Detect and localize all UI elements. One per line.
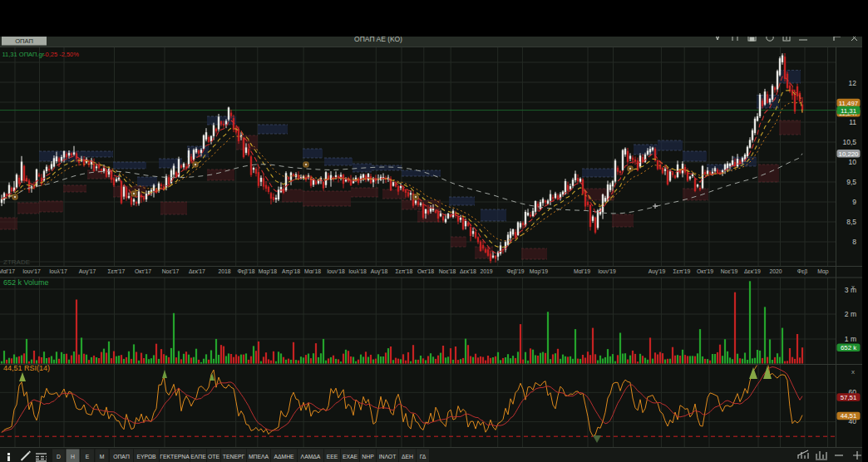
svg-text:ZTRADE: ZTRADE	[3, 258, 30, 266]
svg-text:Φεβ'18: Φεβ'18	[237, 268, 254, 275]
svg-text:E: E	[86, 454, 90, 460]
svg-text:652 k Volume: 652 k Volume	[3, 278, 49, 287]
svg-text:10,5: 10,5	[842, 138, 856, 146]
svg-text:Ιουλ'18: Ιουλ'18	[348, 268, 367, 274]
svg-text:ΕΕΕ: ΕΕΕ	[327, 454, 338, 460]
svg-text:2 m: 2 m	[845, 310, 856, 318]
svg-text:Απρ'18: Απρ'18	[282, 268, 300, 275]
svg-text:57,51: 57,51	[841, 394, 857, 401]
svg-text:Μαρ'18: Μαρ'18	[259, 268, 278, 275]
svg-text:ΕΥΡΩΒ: ΕΥΡΩΒ	[136, 454, 156, 460]
svg-text:Οκτ'18: Οκτ'18	[417, 268, 434, 274]
svg-text:10,220: 10,220	[839, 150, 860, 158]
svg-text:12: 12	[849, 79, 857, 87]
svg-text:11,31: 11,31	[841, 107, 856, 115]
svg-text:ΕΧΑΕ: ΕΧΑΕ	[343, 454, 358, 460]
svg-text:Μαϊ'17: Μαϊ'17	[0, 268, 15, 274]
svg-text:ΤΕΝΕΡΓ: ΤΕΝΕΡΓ	[223, 454, 245, 460]
svg-text:2018: 2018	[218, 268, 230, 274]
svg-text:Σεπ'17: Σεπ'17	[108, 268, 126, 274]
svg-text:Σεπ'19: Σεπ'19	[673, 268, 691, 274]
svg-text:2019: 2019	[480, 268, 492, 274]
svg-text:Αυγ'17: Αυγ'17	[79, 268, 96, 275]
svg-text:M: M	[100, 454, 105, 460]
svg-text:Δεκ'17: Δεκ'17	[189, 268, 205, 274]
svg-text:Μαϊ'19: Μαϊ'19	[574, 268, 590, 274]
svg-text:8: 8	[852, 238, 856, 246]
svg-text:ΔΕΗ: ΔΕΗ	[402, 454, 413, 460]
svg-text:Δεκ'19: Δεκ'19	[744, 268, 761, 274]
svg-text:1 m: 1 m	[845, 335, 856, 343]
svg-text:44,51 RSI(14): 44,51 RSI(14)	[3, 364, 50, 372]
svg-text:9,5: 9,5	[846, 178, 856, 186]
svg-text:Σεπ'18: Σεπ'18	[396, 268, 413, 274]
svg-text:x: x	[851, 368, 855, 376]
svg-text:Μαρ: Μαρ	[817, 268, 829, 275]
svg-text:Νοε'17: Νοε'17	[162, 268, 180, 274]
svg-text:D: D	[57, 454, 61, 460]
svg-text:652 k: 652 k	[841, 344, 856, 351]
svg-text:H: H	[71, 454, 75, 460]
svg-text:Αυγ'19: Αυγ'19	[649, 268, 666, 275]
svg-text:ΕΛΠΕ: ΕΛΠΕ	[190, 454, 206, 460]
svg-text:ΜΠΕΛΑ: ΜΠΕΛΑ	[249, 454, 269, 460]
svg-text:ΟΠΑΠ: ΟΠΑΠ	[15, 37, 33, 45]
svg-text:ΝΗΡ: ΝΗΡ	[362, 454, 374, 460]
svg-text:Αυγ'18: Αυγ'18	[371, 268, 388, 275]
svg-text:44,51: 44,51	[841, 412, 857, 420]
svg-text:11,497: 11,497	[839, 100, 858, 107]
svg-text:x: x	[851, 283, 855, 291]
svg-text:ΙΝΛΟΤ: ΙΝΛΟΤ	[379, 454, 397, 460]
svg-text:9: 9	[852, 198, 856, 206]
svg-text:Φεβ: Φεβ	[797, 268, 807, 275]
svg-text:ΟΤΕ: ΟΤΕ	[208, 454, 219, 460]
svg-text:Δεκ'18: Δεκ'18	[460, 268, 476, 274]
svg-text:Νοε'19: Νοε'19	[721, 268, 738, 274]
svg-text:Ιουν'18: Ιουν'18	[327, 268, 345, 274]
svg-text:11: 11	[849, 118, 856, 126]
svg-text:11,31 ΟΠΑΠ.gr: 11,31 ΟΠΑΠ.gr	[2, 51, 45, 58]
svg-text:ΑΔΜΗΕ: ΑΔΜΗΕ	[274, 454, 294, 460]
svg-text:Οκτ'19: Οκτ'19	[697, 268, 713, 274]
svg-text:2020: 2020	[769, 268, 782, 274]
svg-text:Ιουλ'17: Ιουλ'17	[49, 268, 67, 274]
svg-text:Νοε'18: Νοε'18	[439, 268, 456, 274]
svg-text:ΓΔ: ΓΔ	[420, 454, 427, 460]
svg-text:Μαι'18: Μαι'18	[304, 268, 321, 274]
svg-text:ΓΕΚΤΕΡΝΑ: ΓΕΚΤΕΡΝΑ	[160, 454, 190, 460]
svg-text:ΟΠΑΠ: ΟΠΑΠ	[113, 454, 130, 460]
svg-text:8,5: 8,5	[846, 218, 856, 226]
svg-text:ΛΑΜΔΑ: ΛΑΜΔΑ	[301, 454, 321, 460]
svg-text:Ιουν'17: Ιουν'17	[22, 268, 41, 274]
svg-text:10: 10	[849, 158, 857, 166]
svg-text:-0,25 -2,50%: -0,25 -2,50%	[43, 51, 79, 58]
svg-text:Οκτ'17: Οκτ'17	[135, 268, 151, 274]
svg-text:Φεβ'19: Φεβ'19	[506, 268, 524, 275]
svg-text:Μαρ'19: Μαρ'19	[530, 268, 549, 275]
svg-text:Ιουν'19: Ιουν'19	[598, 268, 616, 274]
